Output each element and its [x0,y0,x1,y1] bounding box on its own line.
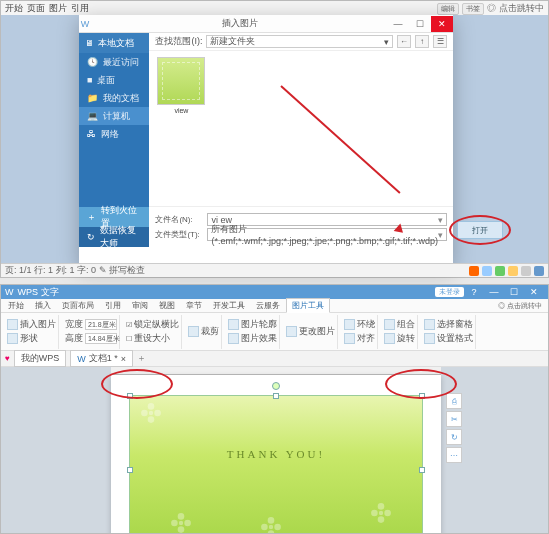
group-button[interactable]: 组合 [384,318,415,331]
document-canvas[interactable]: THANK YOU! ⎙ ✂ ↻ ⋯ [1,367,548,533]
minimize-button[interactable]: — [387,16,409,32]
dialog-main: 查找范围(I): 新建文件夹▾ ← ↑ ☰ view [149,33,453,247]
rotate-button[interactable]: ↻ [446,429,462,445]
annotation-ellipse [449,215,511,245]
border-button[interactable]: 图片轮廓 [228,318,277,331]
align-button[interactable]: 对齐 [344,332,375,345]
tab-review[interactable]: 审阅 [127,299,153,312]
page: THANK YOU! [111,375,441,533]
document-tabs: ♥ 我的WPS W文档1 *× ＋ [1,351,548,367]
resize-handle[interactable] [419,467,425,473]
width-field[interactable]: 宽度21.8厘米 [65,318,117,331]
view-button[interactable]: ☰ [433,35,447,48]
resize-handle[interactable] [273,393,279,399]
selection-pane-button[interactable]: 选择窗格 [424,318,473,331]
top-right-badges: 编辑 书签 ◎ 点击跳转中 [437,2,544,15]
rotate-button[interactable]: 旋转 [384,332,415,345]
sidebar-item-desktop[interactable]: ■桌面 [79,71,149,89]
monitor-icon: 🖥 [85,38,94,48]
filename-label: 文件名(N): [155,214,203,225]
crg-button[interactable]: ✂ [446,411,462,427]
reset-size-button[interactable]: ☐ 重设大小 [126,332,179,345]
svg-point-10 [268,517,275,524]
app-icon: W [79,19,91,29]
filetype-input[interactable]: 所有图片(*.emf;*.wmf;*.jpg;*.jpeg;*.jpe;*.pn… [207,228,447,241]
svg-point-11 [268,530,275,533]
maximize-button[interactable]: ☐ [409,16,431,32]
maximize-button[interactable]: ☐ [504,287,524,297]
format-button[interactable]: 设置格式 [424,332,473,345]
sidebar-item-label: 网络 [101,128,119,141]
tab-section[interactable]: 章节 [181,299,207,312]
format-icon [424,333,435,344]
tab-ref[interactable]: 引用 [100,299,126,312]
help-button[interactable]: ? [464,287,484,297]
svg-point-18 [384,510,391,517]
crop-button[interactable]: 裁剪 [188,325,219,338]
tab-home[interactable]: 开始 [3,299,29,312]
badge-bookmark[interactable]: 书签 [462,3,484,15]
close-tab-icon[interactable]: × [121,354,126,364]
change-pic-button[interactable]: 更改图片 [286,325,335,338]
ribbon-label: 图片效果 [241,332,277,345]
badge-edit[interactable]: 编辑 [437,3,459,15]
sidebar-item-computer[interactable]: 💻计算机 [79,107,149,125]
height-field[interactable]: 高度14.84厘米 [65,332,117,345]
refresh-icon: ↻ [87,232,95,242]
location-combo[interactable]: 新建文件夹▾ [206,35,393,48]
chevron-down-icon: ▾ [384,37,389,47]
insert-picture-button[interactable]: 插入图片 [7,318,56,331]
lock-ratio-check[interactable]: ☑ 锁定纵横比 [126,318,179,331]
sidebar-item-documents[interactable]: 📁我的文档 [79,89,149,107]
minimize-button[interactable]: — [484,287,504,297]
height-input[interactable]: 14.84厘米 [85,333,117,344]
add-tab-button[interactable]: ＋ [137,352,146,365]
rotate-handle[interactable] [272,382,280,390]
location-value: 新建文件夹 [210,35,255,48]
dialog-sidebar: 🖥 本地文档 🕓最近访问 ■桌面 📁我的文档 💻计算机 🖧网络 ＋转到火位置 ↻… [79,33,149,247]
status-icons [469,266,544,276]
sidebar-header[interactable]: 🖥 本地文档 [79,33,149,53]
tab-layout[interactable]: 页面布局 [57,299,99,312]
inserted-picture[interactable]: THANK YOU! [129,395,423,533]
more-button[interactable]: ⋯ [446,447,462,463]
wrap-button[interactable]: 环绕 [344,318,375,331]
sidebar-item-recent[interactable]: 🕓最近访问 [79,53,149,71]
login-badge[interactable]: 未登录 [435,287,464,297]
tab-dev[interactable]: 开发工具 [208,299,250,312]
sidebar-item-network[interactable]: 🖧网络 [79,125,149,143]
file-list[interactable]: view [149,51,453,206]
back-button[interactable]: ← [397,35,411,48]
layout-options-button[interactable]: ⎙ [446,393,462,409]
menu-item[interactable]: 开始 [5,2,23,15]
svg-point-19 [379,511,383,515]
tab-picture-tools[interactable]: 图片工具 [286,298,330,313]
doc-tab-label: 我的WPS [21,352,60,365]
annotation-ellipse [385,369,457,399]
plus-icon: ＋ [87,211,96,224]
doc-tab-doc1[interactable]: W文档1 *× [70,350,133,367]
menu-item[interactable]: 页面 [27,2,45,15]
tab-insert[interactable]: 插入 [30,299,56,312]
menu-item[interactable]: 引用 [71,2,89,15]
ribbon-label: 更改图片 [299,325,335,338]
resize-handle[interactable] [127,467,133,473]
ribbon-tabs: 开始 插入 页面布局 引用 审阅 视图 章节 开发工具 云服务 图片工具 [1,299,548,313]
svg-point-0 [148,403,155,410]
close-button[interactable]: ✕ [431,16,453,32]
file-thumb[interactable]: view [155,57,207,114]
up-button[interactable]: ↑ [415,35,429,48]
sidebar-item-label: 桌面 [97,74,115,87]
word-icon: W [77,354,86,364]
tab-view[interactable]: 视图 [154,299,180,312]
fx-button[interactable]: 图片效果 [228,332,277,345]
status-right: ◎ 点击跳转中 [487,2,544,15]
sidebar-recovery[interactable]: ↻数据恢复大师 [79,227,149,247]
close-button[interactable]: ✕ [524,287,544,297]
flower-icon [170,512,192,533]
menu-item[interactable]: 图片 [49,2,67,15]
tab-cloud[interactable]: 云服务 [251,299,285,312]
width-input[interactable]: 21.8厘米 [85,319,117,330]
doc-tab-mywps[interactable]: 我的WPS [14,350,67,367]
shape-button[interactable]: 形状 [7,332,56,345]
